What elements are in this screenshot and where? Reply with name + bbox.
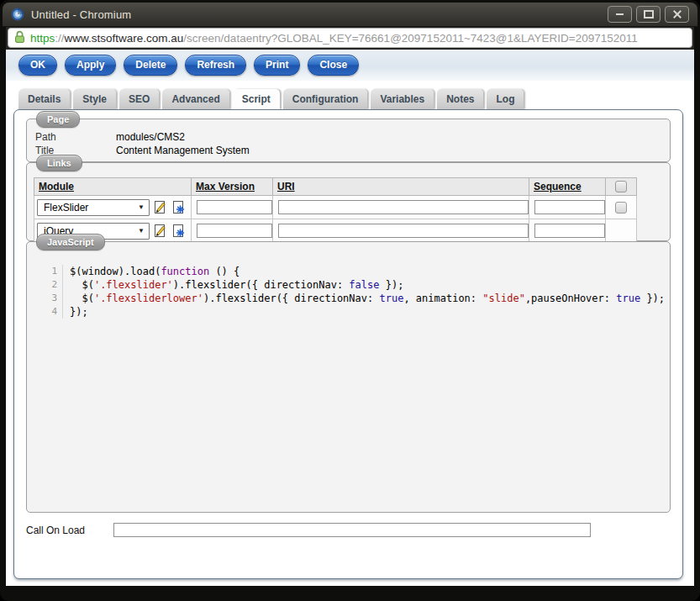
tab-variables[interactable]: Variables — [371, 89, 434, 109]
page-legend: Page — [36, 111, 80, 128]
field-value: Content Management System — [116, 145, 250, 156]
address-bar[interactable]: https://www.stsoftware.com.au/screen/dat… — [8, 28, 692, 48]
link-row: FlexSlider▼ — [34, 196, 637, 219]
code-line: $('.flexsliderlower').flexslider({ direc… — [70, 292, 665, 305]
tab-log[interactable]: Log — [487, 89, 524, 109]
chromium-logo-icon — [11, 8, 24, 21]
line-number: 1 — [32, 265, 57, 278]
link-row: jQuery▼ — [34, 219, 637, 243]
refresh-button[interactable]: Refresh — [185, 55, 246, 76]
tab-seo[interactable]: SEO — [119, 89, 159, 109]
close-button[interactable]: Close — [308, 55, 359, 76]
tab-bar: DetailsStyleSEOAdvancedScriptConfigurati… — [18, 88, 524, 109]
page-viewport: OKApplyDeleteRefreshPrintClose DetailsSt… — [6, 50, 694, 586]
links-table: ModuleMax VersionURISequence FlexSlider▼… — [34, 177, 637, 243]
window-titlebar[interactable]: Untitled - Chromium — [3, 3, 697, 27]
max-version-cell — [192, 196, 273, 219]
action-toolbar: OKApplyDeleteRefreshPrintClose — [6, 50, 694, 81]
links-header-row: ModuleMax VersionURISequence — [34, 178, 637, 196]
sequence-input[interactable] — [534, 224, 605, 238]
chevron-down-icon: ▼ — [138, 227, 145, 235]
print-button[interactable]: Print — [254, 55, 300, 76]
sequence-cell — [529, 219, 606, 243]
page-field-row: TitleContent Management System — [35, 144, 661, 157]
tab-configuration[interactable]: Configuration — [283, 89, 368, 109]
ok-button[interactable]: OK — [18, 55, 57, 76]
chevron-down-icon: ▼ — [138, 203, 145, 211]
column-header-uri[interactable]: URI — [273, 178, 529, 196]
javascript-fieldset: JavaScript 1234 $(window).load(function … — [26, 241, 671, 513]
maximize-icon — [644, 10, 654, 18]
window-title: Untitled - Chromium — [31, 8, 131, 21]
call-on-load-input[interactable] — [113, 523, 591, 537]
line-number: 3 — [32, 292, 57, 305]
tab-details[interactable]: Details — [18, 89, 70, 109]
links-table-body: FlexSlider▼jQuery▼ — [34, 196, 637, 243]
url-scheme: https — [30, 32, 55, 45]
max-version-cell — [192, 219, 273, 243]
url-separator: :// — [55, 32, 64, 45]
minimize-button[interactable] — [608, 6, 632, 23]
line-number: 4 — [32, 305, 57, 319]
delete-cell — [606, 196, 637, 219]
tab-script[interactable]: Script — [233, 89, 280, 109]
delete-checkbox[interactable] — [615, 202, 627, 214]
links-legend: Links — [36, 155, 82, 171]
max-version-input[interactable] — [197, 200, 272, 214]
column-header-select — [606, 178, 637, 196]
url-path: /screen/dataentry?GLOBAL_KEY=76661@20971… — [183, 32, 637, 45]
minimize-icon — [616, 13, 624, 15]
browser-chrome: https://www.stsoftware.com.au/screen/dat… — [6, 27, 694, 50]
window-controls — [608, 6, 689, 23]
page-fieldset: Page Pathmodules/CMS2TitleContent Manage… — [26, 119, 671, 162]
edit-link-icon[interactable] — [152, 223, 168, 239]
page-field-row: Pathmodules/CMS2 — [35, 130, 661, 144]
close-button[interactable] — [665, 6, 689, 23]
sequence-cell — [529, 196, 606, 219]
delete-cell — [606, 219, 637, 243]
code-editor[interactable]: 1234 $(window).load(function () { $('.fl… — [27, 242, 670, 319]
maximize-button[interactable] — [636, 6, 661, 23]
uri-cell — [273, 196, 529, 219]
uri-input[interactable] — [278, 224, 529, 238]
column-header-max-version[interactable]: Max Version — [192, 178, 273, 196]
content-panel: Page Pathmodules/CMS2TitleContent Manage… — [13, 109, 683, 579]
field-value: modules/CMS2 — [116, 131, 185, 143]
code-line: $(window).load(function () { — [70, 265, 665, 278]
new-link-icon[interactable] — [171, 199, 187, 215]
close-icon — [673, 10, 682, 18]
call-on-load-label: Call On Load — [26, 525, 113, 536]
tab-notes[interactable]: Notes — [437, 89, 483, 109]
browser-window: Untitled - Chromium https://www.stsoftwa… — [0, 0, 700, 601]
module-cell: FlexSlider▼ — [34, 196, 192, 219]
module-select-value: FlexSlider — [44, 202, 88, 214]
sequence-input[interactable] — [534, 200, 605, 214]
tab-advanced[interactable]: Advanced — [162, 89, 229, 109]
call-on-load-row: Call On Load — [26, 523, 676, 537]
column-header-sequence[interactable]: Sequence — [529, 178, 606, 196]
column-header-module[interactable]: Module — [34, 178, 192, 196]
tab-style[interactable]: Style — [73, 89, 116, 109]
select-all-checkbox[interactable] — [615, 181, 627, 192]
field-label: Path — [35, 130, 116, 144]
links-fieldset: Links ModuleMax VersionURISequence FlexS… — [26, 162, 671, 241]
max-version-input[interactable] — [197, 224, 272, 238]
code-line: }); — [70, 305, 665, 319]
uri-cell — [273, 219, 529, 243]
links-table-wrap: ModuleMax VersionURISequence FlexSlider▼… — [27, 163, 670, 243]
module-select[interactable]: FlexSlider▼ — [37, 199, 150, 216]
edit-link-icon[interactable] — [152, 199, 168, 215]
code-lines: $(window).load(function () { $('.flexsli… — [63, 265, 665, 319]
line-number-gutter: 1234 — [32, 265, 63, 319]
page-fields: Pathmodules/CMS2TitleContent Management … — [27, 119, 670, 157]
uri-input[interactable] — [278, 200, 529, 214]
delete-button[interactable]: Delete — [124, 55, 177, 76]
apply-button[interactable]: Apply — [65, 55, 116, 76]
new-link-icon[interactable] — [171, 223, 187, 239]
url-host: www.stsoftware.com.au — [65, 32, 184, 45]
https-padlock-icon — [14, 30, 25, 46]
javascript-legend: JavaScript — [36, 234, 105, 250]
line-number: 2 — [32, 278, 57, 292]
code-line: $('.flexslider').flexslider({ directionN… — [70, 278, 665, 292]
